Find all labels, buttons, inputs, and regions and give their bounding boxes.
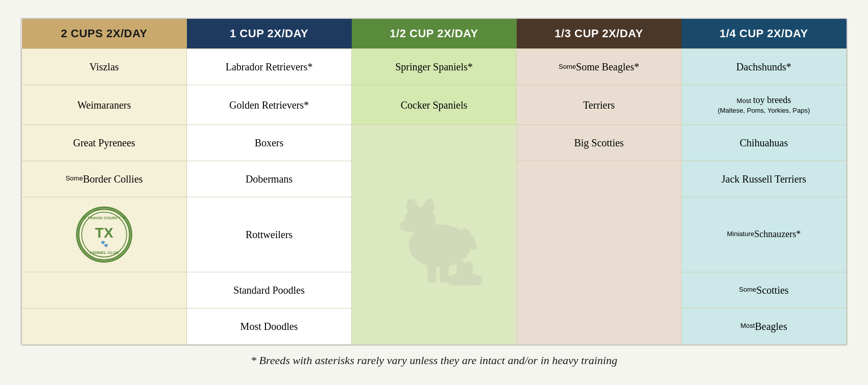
table-row: Most toy breeds (Maltese, Poms, Yorkies,… bbox=[682, 85, 847, 124]
dog-silhouette-cell bbox=[352, 124, 517, 344]
table-row: Big Scotties bbox=[517, 124, 682, 161]
svg-rect-7 bbox=[440, 261, 449, 283]
svg-text:KENNEL CLUB: KENNEL CLUB bbox=[89, 250, 118, 255]
table-row: Viszlas bbox=[22, 49, 187, 85]
header-col2: 1 Cup 2x/Day bbox=[187, 19, 352, 49]
table-row: Chihuahuas bbox=[682, 124, 847, 161]
table-row: Jack Russell Terriers bbox=[682, 161, 847, 197]
table-row: Great Pyrenees bbox=[22, 124, 187, 161]
table-row: Some Some Beagles* bbox=[517, 49, 682, 85]
table-row: Some Border Collies bbox=[22, 161, 187, 197]
svg-text:🐾: 🐾 bbox=[101, 240, 108, 247]
table-row: Most Beagles bbox=[682, 308, 847, 344]
table-row: Rottweilers bbox=[187, 197, 352, 272]
table-row-empty bbox=[22, 308, 187, 344]
logo: ★ TRAVIS COUNTY ★ TX 🐾 KENNEL CLUB bbox=[76, 207, 132, 263]
table-row: Dobermans bbox=[187, 161, 352, 197]
table-row: Weimaraners bbox=[22, 85, 187, 124]
svg-text:TX: TX bbox=[95, 225, 113, 241]
table-row: Boxers bbox=[187, 124, 352, 161]
table-row: Springer Spaniels* bbox=[352, 49, 517, 85]
svg-rect-6 bbox=[427, 261, 437, 283]
table-row-empty-col4 bbox=[517, 161, 682, 344]
table-row: Some Scotties bbox=[682, 272, 847, 308]
table-row: Terriers bbox=[517, 85, 682, 124]
table-row-empty bbox=[22, 272, 187, 308]
table-row: Standard Poodles bbox=[187, 272, 352, 308]
table-row: Labrador Retrievers* bbox=[187, 49, 352, 85]
table-row: Golden Retrievers* bbox=[187, 85, 352, 124]
dog-silhouette-image bbox=[378, 184, 490, 286]
svg-text:★ TRAVIS COUNTY ★: ★ TRAVIS COUNTY ★ bbox=[83, 216, 126, 220]
header-col3: 1/2 Cup 2x/Day bbox=[352, 19, 517, 49]
header-col5: 1/4 Cup 2x/Day bbox=[682, 19, 847, 49]
footnote-text: * Breeds with asterisks rarely vary unle… bbox=[251, 354, 617, 367]
feeding-chart: 2 Cups 2x/Day 1 Cup 2x/Day 1/2 Cup 2x/Da… bbox=[20, 18, 848, 345]
table-row: Cocker Spaniels bbox=[352, 85, 517, 124]
table-row: Dachshunds* bbox=[682, 49, 847, 85]
table-row: Miniature Schnauzers* bbox=[682, 197, 847, 272]
header-col4: 1/3 Cup 2x/Day bbox=[517, 19, 682, 49]
table-row: Most Doodles bbox=[187, 308, 352, 344]
table-row-empty: ★ TRAVIS COUNTY ★ TX 🐾 KENNEL CLUB bbox=[22, 197, 187, 272]
svg-point-2 bbox=[400, 220, 418, 232]
travis-county-kennel-club-logo: ★ TRAVIS COUNTY ★ TX 🐾 KENNEL CLUB bbox=[78, 208, 131, 261]
header-col1: 2 Cups 2x/Day bbox=[22, 19, 187, 49]
svg-rect-5 bbox=[424, 224, 436, 240]
